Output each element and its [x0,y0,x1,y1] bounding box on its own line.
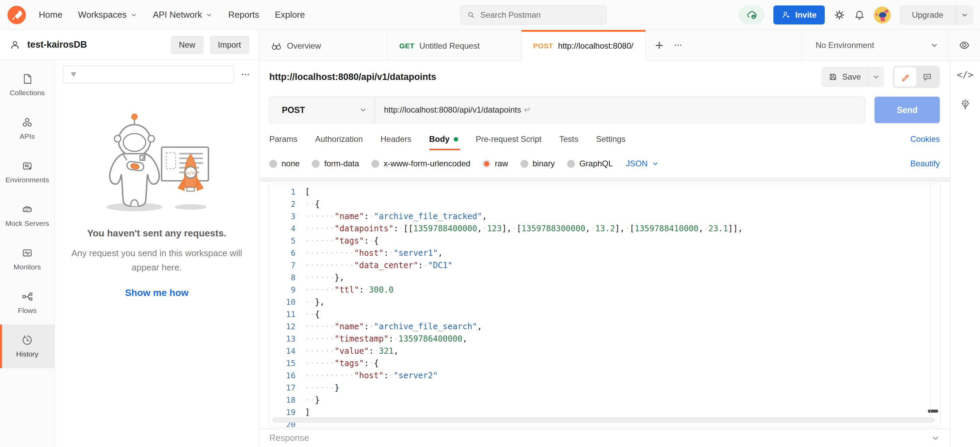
upgrade-chevron-button[interactable] [956,5,973,25]
body-mode-form-data[interactable]: form-data [312,159,359,168]
request-config-tabs: ParamsAuthorizationHeadersBodyPre-reques… [259,127,950,152]
body-mode-label: raw [495,159,508,168]
save-floppy-icon [828,72,838,82]
search-input[interactable] [480,10,600,20]
empty-state-subtitle: Any request you send in this workspace w… [58,246,256,274]
line-number: 11 [269,310,296,319]
url-return-hint: ↵ [524,105,531,115]
sidebar-item-history[interactable]: History [0,325,54,368]
tab-overview[interactable]: Overview [259,30,388,60]
navbar-right-cluster: Invite Upgrade [739,0,973,30]
code-line: 6··········"host":·"server1", [269,247,940,259]
environment-quick-look-button[interactable] [948,30,980,60]
method-selector[interactable]: POST [270,97,375,123]
sidebar-item-flows[interactable]: Flows [0,281,54,325]
code-line: 19] [269,406,940,418]
url-input[interactable]: http://localhost:8080/api/v1/datapoints … [375,105,531,115]
global-search[interactable] [460,5,606,24]
chevron-down-icon [652,160,659,167]
nav-item-reports[interactable]: Reports [228,10,259,20]
body-mode-graphql[interactable]: GraphQL [567,159,613,168]
sidebar-item-apis[interactable]: APIs [0,107,54,151]
tab-more-options-icon[interactable] [673,41,683,50]
request-tab-pre-request-script[interactable]: Pre-request Script [467,127,550,152]
editor-horizontal-scrollbar[interactable] [272,418,935,423]
body-mode-x-www-form-urlencoded[interactable]: x-www-form-urlencoded [371,159,471,168]
code-text: ··{ [305,309,320,319]
postman-logo[interactable] [8,6,26,24]
radio-icon [520,160,528,168]
request-tab-label: Params [269,135,298,144]
code-line: 17······} [269,382,940,394]
sidebar-item-monitors[interactable]: Monitors [0,238,54,281]
new-tab-button[interactable]: + [655,38,663,52]
request-tab-params[interactable]: Params [269,127,306,152]
sidebar-item-collections[interactable]: Collections [0,63,54,107]
tabbar-spacer [692,30,802,60]
request-tab-headers[interactable]: Headers [372,127,420,152]
sidebar-item-environments[interactable]: Environments [0,151,54,194]
code-line: 8······}, [269,271,940,284]
nav-item-workspaces[interactable]: Workspaces [78,10,137,20]
request-tab-authorization[interactable]: Authorization [306,127,372,152]
response-section-header[interactable]: Response [259,429,950,447]
sidebar-item-mock-servers[interactable]: Mock Servers [0,194,54,238]
code-line: 1[ [269,186,940,198]
import-button[interactable]: Import [210,36,249,54]
code-lines: 1[2··{3······"name":·"archive_file_track… [269,184,940,427]
request-tab-settings[interactable]: Settings [587,127,635,152]
sidebar-item-label: APIs [20,132,35,141]
upgrade-button[interactable]: Upgrade [900,5,956,25]
request-tab-tests[interactable]: Tests [550,127,587,152]
url-builder-row: POST http://localhost:8080/api/v1/datapo… [259,93,950,127]
chevron-down-icon [931,434,940,442]
workspace-name[interactable]: test-kairosDB [27,40,164,50]
body-mode-label: form-data [324,159,359,168]
body-mode-binary[interactable]: binary [520,159,555,168]
save-button[interactable]: Save [821,67,868,87]
sync-status-button[interactable] [739,5,765,24]
history-more-options-icon[interactable] [240,70,251,79]
show-me-how-link[interactable]: Show me how [125,287,189,298]
editor-resize-divider[interactable] [259,176,950,184]
code-text: ··········"host":·"server2" [305,371,438,380]
nav-item-explore[interactable]: Explore [275,10,305,20]
comments-button[interactable] [916,67,938,86]
nav-item-api-network[interactable]: API Network [153,10,213,20]
body-mode-none[interactable]: none [269,159,299,168]
send-button[interactable]: Send [875,97,940,123]
code-text: ······"tags":·{ [305,236,379,246]
method-badge-post: POST [533,42,553,50]
pencil-icon [900,72,910,82]
tab-post-label: http://localhost:8080/ [558,41,633,51]
line-number: 14 [269,347,296,355]
edit-mode-button[interactable] [894,67,916,86]
code-snippet-panel-icon[interactable]: </> [957,70,974,80]
filter-input[interactable] [83,70,228,79]
invite-button[interactable]: Invite [773,5,825,24]
body-mode-raw[interactable]: raw [483,159,508,168]
line-number: 19 [269,408,296,417]
history-panel: </> [55,60,259,447]
user-avatar[interactable] [874,6,891,24]
history-filter-field[interactable] [63,66,234,83]
body-language-selector[interactable]: JSON [626,159,659,168]
workspace-person-icon [10,40,21,50]
tab-post-localhost[interactable]: POST http://localhost:8080/ [522,30,646,60]
lightbulb-icon[interactable] [959,98,972,111]
line-number: 2 [269,200,296,209]
notifications-bell-icon[interactable] [854,10,865,21]
request-tab-label: Pre-request Script [476,135,542,144]
save-options-button[interactable] [868,67,884,87]
beautify-link[interactable]: Beautify [910,159,940,168]
code-text: ······"name":·"archive_file_search", [305,322,482,331]
new-button[interactable]: New [171,36,204,54]
environment-selector[interactable]: No Environment [802,30,948,60]
tab-get-untitled-request[interactable]: GET Untitled Request [388,30,522,60]
nav-item-home[interactable]: Home [39,10,62,20]
request-body-editor[interactable]: 1[2··{3······"name":·"archive_file_track… [269,184,940,427]
editor-scrollbar-thumb[interactable] [928,410,938,413]
settings-gear-icon[interactable] [834,9,845,21]
cookies-link[interactable]: Cookies [910,135,940,144]
request-tab-body[interactable]: Body [420,127,467,152]
